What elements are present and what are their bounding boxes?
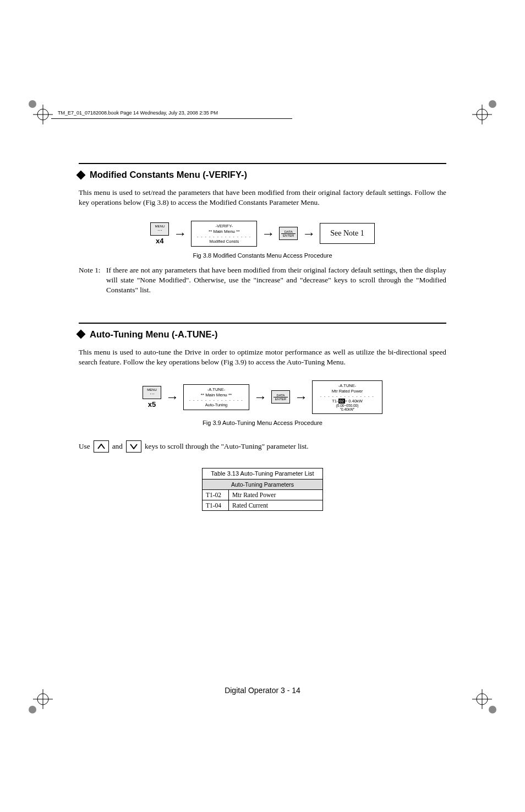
lcd-line1: -A.TUNE- [187,387,245,392]
section-rule [79,323,446,324]
lcd2-line3: T1-02= 0.40kW [316,399,379,404]
arrow-icon: → [261,226,275,241]
lcd2-line1: -A.TUNE- [316,383,379,388]
table-3-13: Table 3.13 Auto-Tuning Parameter List Au… [202,468,323,511]
lcd-line2: ** Main Menu ** [195,229,253,234]
rosette-top-left [28,99,37,109]
note-1-label: Note 1: [79,265,106,295]
press-count-x4: x4 [156,237,163,245]
book-path: TM_E7_01_07182008.book Page 14 Wednesday… [58,110,218,116]
rosette-bottom-left [28,705,37,715]
svg-point-15 [489,706,496,713]
lcd-line1: -VERIFY- [195,224,253,228]
arrow-icon: → [294,390,308,405]
rosette-top-right [488,99,497,109]
note-1: Note 1: If there are not any parameters … [79,265,446,295]
page-footer: Digital Operator 3 - 14 [0,686,525,695]
see-note-box: See Note 1 [320,223,374,244]
lcd-line3: Auto-Tuning [187,402,245,407]
page-content: Modified Constants Menu (-VERIFY-) This … [79,160,446,511]
svg-point-13 [489,100,496,108]
data-enter-key: DATA ENTER [271,390,290,404]
lcd2-val: = 0.40kW [345,399,363,404]
param-desc: Mtr Rated Power [229,489,323,500]
param-code: T1-02 [203,489,229,500]
lcd2-line2: Mtr Rated Power [316,389,379,394]
fig-3-9-caption: Fig 3.9 Auto-Tuning Menu Access Procedur… [79,419,446,426]
lcd-atune-main: -A.TUNE- ** Main Menu ** - - - - - - - -… [183,384,249,410]
table-header: Auto-Tuning Parameters [203,479,323,489]
section-title-atune: Auto-Tuning Menu (-A.TUNE-) [90,329,217,340]
down-arrow-key [126,440,141,453]
lcd-line3: Modified Consts [195,239,253,244]
menu-key: MENU ⋯ [150,222,169,236]
lcd2-t1: T1- [332,399,338,404]
figure-3-8: MENU ⋯ x4 → -VERIFY- ** Main Menu ** - -… [79,221,446,247]
param-code: T1-04 [203,500,229,510]
section-head-verify: Modified Constants Menu (-VERIFY-) [79,170,446,180]
fig-3-8-caption: Fig 3.8 Modified Constants Menu Access P… [79,252,446,259]
note-1-body: If there are not any parameters that hav… [106,265,446,295]
lcd-verify: -VERIFY- ** Main Menu ** - - - - - - - -… [191,221,257,247]
svg-point-14 [29,706,36,713]
use-post: keys to scroll through the "Auto-Tuning"… [145,442,309,453]
section-rule [79,163,446,164]
menu-key: MENU ⋯ [143,386,161,399]
figure-3-9: MENU ⋯ x5 → -A.TUNE- ** Main Menu ** - -… [79,380,446,414]
lcd2-range: (0.00~650.00) [316,404,379,407]
data-enter-key: DATA ENTER [279,227,298,240]
section-title-verify: Modified Constants Menu (-VERIFY-) [90,170,247,180]
lcd-sep: - - - - - - - - - - - - - - [187,398,245,402]
svg-point-12 [29,100,36,108]
lcd-sep: - - - - - - - - - - - - - - [195,235,253,238]
lcd2-default: "0.40kW" [316,407,379,411]
arrow-icon: → [302,226,315,241]
data-key-bot: ENTER [281,233,296,237]
table-title: Table 3.13 Auto-Tuning Parameter List [203,468,323,479]
data-key-bot: ENTER [274,397,288,401]
arrow-icon: → [254,390,267,405]
arrow-icon: → [166,390,179,405]
use-pre: Use [79,442,90,453]
rosette-bottom-right [488,705,497,715]
param-desc: Rated Current [229,500,323,510]
use-keys-line: Use and keys to scroll through the "Auto… [79,440,446,453]
lcd-line2: ** Main Menu ** [187,393,245,397]
section1-body: This menu is used to set/read the parame… [79,188,446,208]
lcd2-sep: - - - - - - - - - - - - - - [316,394,379,398]
table-row: T1-02 Mtr Rated Power [203,489,323,500]
section-head-atune: Auto-Tuning Menu (-A.TUNE-) [79,329,446,340]
use-and: and [112,442,123,453]
arrow-icon: → [173,226,187,241]
table-row: T1-04 Rated Current [203,500,323,510]
press-count-x5: x5 [148,400,156,408]
up-arrow-key [94,440,109,453]
section2-body: This menu is used to auto-tune the Drive… [79,347,446,367]
lcd2-02-inv: 02 [338,399,345,404]
path-underline [51,118,292,119]
lcd-atune-param: -A.TUNE- Mtr Rated Power - - - - - - - -… [312,380,382,414]
